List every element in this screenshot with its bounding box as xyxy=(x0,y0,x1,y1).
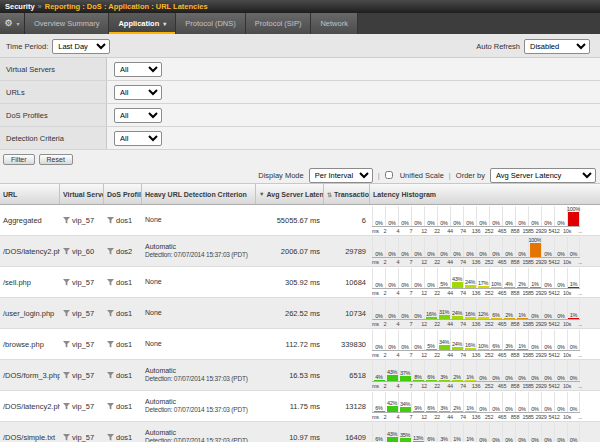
histogram-bar xyxy=(465,380,476,381)
histogram-bucket: 0% xyxy=(372,237,385,257)
histogram-bucket: 0% xyxy=(476,237,489,257)
column-header-latency-histogram: Latency Histogram xyxy=(370,184,600,204)
table-row[interactable]: Aggregated vip_57 dos1 None 55055.67 ms … xyxy=(0,205,600,236)
histogram-axis-label: 5412 xyxy=(548,321,559,327)
dos-profile-value: dos1 xyxy=(116,340,132,349)
table-row[interactable]: /user_login.php vip_57 dos1 None 262.52 … xyxy=(0,298,600,329)
table-header: URL Virtual Server DoS Profile Heavy URL… xyxy=(0,183,600,205)
histogram-axis-label: 7 xyxy=(410,321,413,327)
filter-funnel-icon[interactable] xyxy=(107,279,114,286)
table-row[interactable]: /DOS/latency2.php vip_57 dos1 Automatic … xyxy=(0,391,600,422)
column-header-criterion[interactable]: Heavy URL Detection Criterion xyxy=(142,184,256,204)
filter-funnel-icon[interactable] xyxy=(63,403,70,410)
histogram-axis-label: 2 xyxy=(384,290,387,296)
bucket-percent-label: 0% xyxy=(557,406,564,412)
time-period-select[interactable]: Last Day xyxy=(52,39,110,54)
histogram-bar xyxy=(374,411,385,412)
column-header-transactions[interactable]: ⇅ Transactions xyxy=(324,184,370,204)
histogram-bucket: 1% xyxy=(463,361,476,381)
tab-protocol-dns[interactable]: Protocol (DNS) xyxy=(176,13,245,34)
dos-profiles-select[interactable]: All xyxy=(114,108,162,123)
histogram-bucket: 0% xyxy=(502,423,515,442)
detection-criteria-field: All xyxy=(107,127,600,149)
column-header-dos-profile[interactable]: DoS Profile xyxy=(104,184,142,204)
histogram-bucket: 16% xyxy=(463,330,476,350)
order-by-select[interactable]: Avg Server Latency xyxy=(490,168,596,183)
dos-profile-value: dos2 xyxy=(116,247,132,256)
histogram-bucket-row: 6%42%34%9%6%3%2%1%0%0%0%0%0%0%0%0% xyxy=(372,392,580,413)
filter-funnel-icon[interactable] xyxy=(107,217,114,224)
histogram-bucket: 6% xyxy=(489,330,502,350)
histogram-axis-label: 2929 xyxy=(535,228,546,234)
bucket-percent-label: 0% xyxy=(544,220,551,226)
filter-funnel-icon[interactable] xyxy=(63,372,70,379)
criterion-value: None xyxy=(145,216,256,224)
table-row[interactable]: /browse.php vip_57 dos1 None 112.72 ms 3… xyxy=(0,329,600,360)
filter-funnel-icon[interactable] xyxy=(107,310,114,317)
tab-network[interactable]: Network xyxy=(311,13,358,34)
filter-funnel-icon[interactable] xyxy=(63,217,70,224)
reset-button[interactable]: Reset xyxy=(39,154,73,165)
bucket-percent-label: 0% xyxy=(427,282,434,288)
histogram-bucket: 0% xyxy=(437,206,450,226)
histogram-bucket-row: 0%0%0%0%0%0%0%0%0%0%0%0%0%0%0%100% xyxy=(372,206,580,227)
filter-funnel-icon[interactable] xyxy=(107,372,114,379)
breadcrumb-section[interactable]: Security xyxy=(5,2,35,11)
column-header-avg-latency[interactable]: ▼ Avg Server Latency xyxy=(256,184,324,204)
histogram-axis-label: 5412 xyxy=(548,228,559,234)
histogram-bucket: 0% xyxy=(489,423,502,442)
url-value: /sell.php xyxy=(3,278,31,287)
virtual-server-value: vip_57 xyxy=(72,402,94,411)
histogram-bucket: 6% xyxy=(372,423,385,442)
transactions-cell: 10684 xyxy=(324,278,370,287)
virtual-server-value: vip_57 xyxy=(72,433,94,442)
histogram-bucket: 0% xyxy=(476,361,489,381)
histogram-bar xyxy=(400,438,411,442)
table-row[interactable]: /DOS/form_3.php vip_57 dos1 Automatic De… xyxy=(0,360,600,391)
filter-button[interactable]: Filter xyxy=(3,154,35,165)
histogram-bucket: 3% xyxy=(437,361,450,381)
filter-funnel-icon[interactable] xyxy=(107,434,114,441)
gear-menu-button[interactable]: ⚙ ▾ xyxy=(0,13,25,34)
avg-latency-cell: 10.97 ms xyxy=(256,433,324,442)
filter-funnel-icon[interactable] xyxy=(107,248,114,255)
tab-overview-summary[interactable]: Overview Summary xyxy=(25,13,109,34)
table-row[interactable]: /sell.php vip_57 dos1 None 305.92 ms 106… xyxy=(0,267,600,298)
column-header-virtual-server[interactable]: Virtual Server xyxy=(60,184,104,204)
histogram-bar xyxy=(426,317,437,319)
histogram-bucket: 0% xyxy=(515,423,528,442)
bucket-percent-label: 0% xyxy=(531,344,538,350)
auto-refresh-select[interactable]: Disabled xyxy=(524,39,590,54)
histogram-axis-label: ... xyxy=(578,383,582,389)
table-row[interactable]: /DOS/simple.txt vip_57 dos1 Automatic De… xyxy=(0,422,600,442)
criterion-value: Automatic xyxy=(145,398,256,406)
urls-select[interactable]: All xyxy=(114,85,162,100)
filter-row-dos-profiles: DoS Profiles All xyxy=(0,104,600,127)
filter-funnel-icon[interactable] xyxy=(63,310,70,317)
histogram-bucket: 8% xyxy=(411,361,424,381)
filter-funnel-icon[interactable] xyxy=(63,248,70,255)
transactions-cell: 339830 xyxy=(324,340,370,349)
filter-funnel-icon[interactable] xyxy=(107,403,114,410)
table-row[interactable]: /DOS/latency2.php vip_60 dos2 Automatic … xyxy=(0,236,600,267)
virtual-servers-select[interactable]: All xyxy=(114,62,162,77)
detection-criteria-select[interactable]: All xyxy=(114,131,162,146)
display-mode-select[interactable]: Per Interval xyxy=(309,168,373,183)
column-header-url[interactable]: URL xyxy=(0,184,60,204)
bucket-percent-label: 0% xyxy=(375,220,382,226)
histogram-axis-label: 4 xyxy=(397,352,400,358)
histogram-bucket: 4% xyxy=(372,361,385,381)
tab-protocol-sip[interactable]: Protocol (SIP) xyxy=(246,13,312,34)
histogram-axis-label: 1585 xyxy=(522,383,533,389)
tab-application[interactable]: Application▾ xyxy=(109,13,176,34)
filter-funnel-icon[interactable] xyxy=(63,341,70,348)
filter-funnel-icon[interactable] xyxy=(63,279,70,286)
filter-funnel-icon[interactable] xyxy=(107,341,114,348)
histogram-axis-label: ms xyxy=(372,290,379,296)
filter-funnel-icon[interactable] xyxy=(63,434,70,441)
dos-profile-cell: dos1 xyxy=(104,371,142,380)
unified-scale-checkbox[interactable] xyxy=(385,171,393,179)
bucket-percent-label: 0% xyxy=(518,251,525,257)
bucket-percent-label: 0% xyxy=(414,220,421,226)
histogram-bar xyxy=(439,315,450,319)
